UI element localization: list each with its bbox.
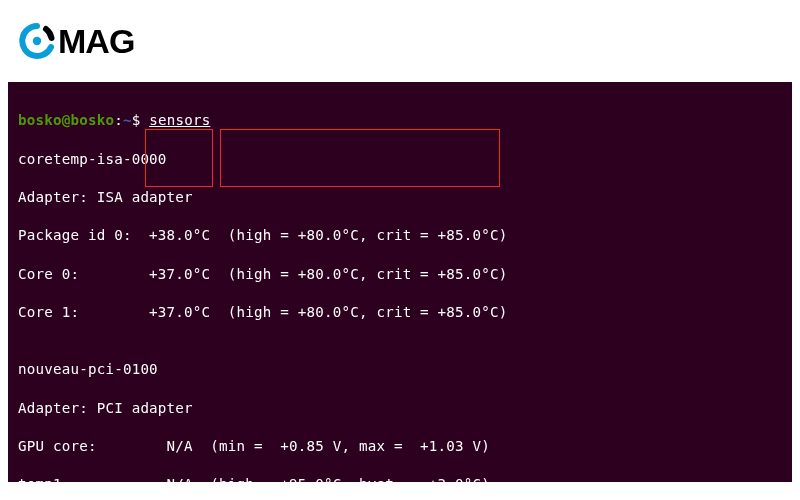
svg-point-0	[33, 37, 41, 45]
output-line: Adapter: ISA adapter	[18, 188, 782, 207]
brand-logo: MAG	[18, 22, 134, 61]
prompt-path: ~	[123, 112, 132, 128]
prompt-user: bosko	[18, 112, 62, 128]
page-header: MAG	[0, 0, 800, 82]
output-line: Adapter: PCI adapter	[18, 399, 782, 418]
output-line: Core 1: +37.0°C (high = +80.0°C, crit = …	[18, 303, 782, 322]
output-line: nouveau-pci-0100	[18, 360, 782, 379]
prompt-colon: :	[114, 112, 123, 128]
terminal-window[interactable]: bosko@bosko:~$ sensors coretemp-isa-0000…	[8, 82, 792, 482]
command-text: sensors	[149, 112, 210, 128]
prompt-dollar: $	[132, 112, 141, 128]
output-line: Package id 0: +38.0°C (high = +80.0°C, c…	[18, 226, 782, 245]
brand-name: MAG	[58, 22, 134, 61]
prompt-line[interactable]: bosko@bosko:~$ sensors	[18, 111, 782, 130]
output-line: Core 0: +37.0°C (high = +80.0°C, crit = …	[18, 265, 782, 284]
logo-icon	[18, 22, 56, 60]
output-line: GPU core: N/A (min = +0.85 V, max = +1.0…	[18, 437, 782, 456]
prompt-host: bosko	[70, 112, 114, 128]
output-line: temp1: N/A (high = +95.0°C, hyst = +3.0°…	[18, 475, 782, 494]
output-line: coretemp-isa-0000	[18, 150, 782, 169]
